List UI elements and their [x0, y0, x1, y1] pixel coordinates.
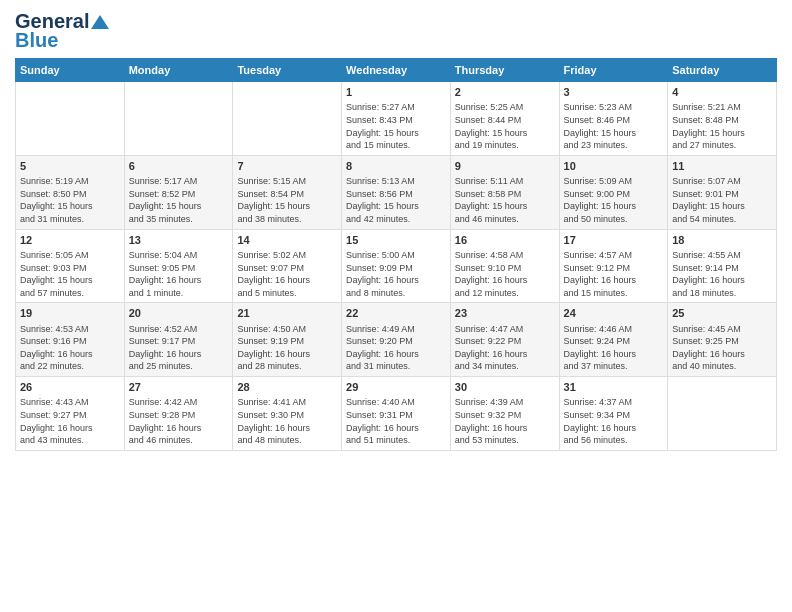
- day-number: 27: [129, 380, 229, 395]
- calendar-cell: 30Sunrise: 4:39 AMSunset: 9:32 PMDayligh…: [450, 377, 559, 451]
- calendar-cell: 17Sunrise: 4:57 AMSunset: 9:12 PMDayligh…: [559, 229, 668, 303]
- calendar-cell: 15Sunrise: 5:00 AMSunset: 9:09 PMDayligh…: [342, 229, 451, 303]
- calendar-cell: [124, 82, 233, 156]
- header-row: SundayMondayTuesdayWednesdayThursdayFrid…: [16, 59, 777, 82]
- day-number: 7: [237, 159, 337, 174]
- day-content: Sunrise: 5:04 AMSunset: 9:05 PMDaylight:…: [129, 249, 229, 299]
- day-number: 12: [20, 233, 120, 248]
- day-content: Sunrise: 5:02 AMSunset: 9:07 PMDaylight:…: [237, 249, 337, 299]
- day-number: 20: [129, 306, 229, 321]
- day-content: Sunrise: 5:00 AMSunset: 9:09 PMDaylight:…: [346, 249, 446, 299]
- calendar-cell: 28Sunrise: 4:41 AMSunset: 9:30 PMDayligh…: [233, 377, 342, 451]
- calendar-cell: 20Sunrise: 4:52 AMSunset: 9:17 PMDayligh…: [124, 303, 233, 377]
- calendar-cell: 27Sunrise: 4:42 AMSunset: 9:28 PMDayligh…: [124, 377, 233, 451]
- day-number: 19: [20, 306, 120, 321]
- day-number: 14: [237, 233, 337, 248]
- calendar-cell: 25Sunrise: 4:45 AMSunset: 9:25 PMDayligh…: [668, 303, 777, 377]
- calendar-cell: [233, 82, 342, 156]
- day-number: 23: [455, 306, 555, 321]
- day-number: 29: [346, 380, 446, 395]
- day-content: Sunrise: 4:41 AMSunset: 9:30 PMDaylight:…: [237, 396, 337, 446]
- calendar-cell: 8Sunrise: 5:13 AMSunset: 8:56 PMDaylight…: [342, 155, 451, 229]
- header-day: Saturday: [668, 59, 777, 82]
- calendar-cell: 22Sunrise: 4:49 AMSunset: 9:20 PMDayligh…: [342, 303, 451, 377]
- day-content: Sunrise: 4:52 AMSunset: 9:17 PMDaylight:…: [129, 323, 229, 373]
- day-content: Sunrise: 5:21 AMSunset: 8:48 PMDaylight:…: [672, 101, 772, 151]
- day-content: Sunrise: 5:13 AMSunset: 8:56 PMDaylight:…: [346, 175, 446, 225]
- day-content: Sunrise: 5:09 AMSunset: 9:00 PMDaylight:…: [564, 175, 664, 225]
- day-number: 8: [346, 159, 446, 174]
- calendar-table: SundayMondayTuesdayWednesdayThursdayFrid…: [15, 58, 777, 451]
- day-content: Sunrise: 5:25 AMSunset: 8:44 PMDaylight:…: [455, 101, 555, 151]
- day-number: 11: [672, 159, 772, 174]
- day-content: Sunrise: 4:46 AMSunset: 9:24 PMDaylight:…: [564, 323, 664, 373]
- calendar-cell: 23Sunrise: 4:47 AMSunset: 9:22 PMDayligh…: [450, 303, 559, 377]
- header-day: Friday: [559, 59, 668, 82]
- day-content: Sunrise: 5:23 AMSunset: 8:46 PMDaylight:…: [564, 101, 664, 151]
- day-content: Sunrise: 4:45 AMSunset: 9:25 PMDaylight:…: [672, 323, 772, 373]
- day-content: Sunrise: 4:40 AMSunset: 9:31 PMDaylight:…: [346, 396, 446, 446]
- calendar-cell: 21Sunrise: 4:50 AMSunset: 9:19 PMDayligh…: [233, 303, 342, 377]
- calendar-cell: 29Sunrise: 4:40 AMSunset: 9:31 PMDayligh…: [342, 377, 451, 451]
- day-number: 24: [564, 306, 664, 321]
- day-content: Sunrise: 4:58 AMSunset: 9:10 PMDaylight:…: [455, 249, 555, 299]
- calendar-cell: 18Sunrise: 4:55 AMSunset: 9:14 PMDayligh…: [668, 229, 777, 303]
- day-number: 17: [564, 233, 664, 248]
- header-day: Sunday: [16, 59, 125, 82]
- logo: General Blue: [15, 10, 109, 52]
- day-number: 31: [564, 380, 664, 395]
- svg-marker-0: [91, 15, 109, 29]
- day-content: Sunrise: 5:27 AMSunset: 8:43 PMDaylight:…: [346, 101, 446, 151]
- day-number: 10: [564, 159, 664, 174]
- day-content: Sunrise: 5:11 AMSunset: 8:58 PMDaylight:…: [455, 175, 555, 225]
- calendar-cell: 14Sunrise: 5:02 AMSunset: 9:07 PMDayligh…: [233, 229, 342, 303]
- week-row: 5Sunrise: 5:19 AMSunset: 8:50 PMDaylight…: [16, 155, 777, 229]
- logo-blue: Blue: [15, 29, 58, 52]
- day-content: Sunrise: 4:37 AMSunset: 9:34 PMDaylight:…: [564, 396, 664, 446]
- calendar-cell: 19Sunrise: 4:53 AMSunset: 9:16 PMDayligh…: [16, 303, 125, 377]
- day-content: Sunrise: 4:50 AMSunset: 9:19 PMDaylight:…: [237, 323, 337, 373]
- calendar-cell: 26Sunrise: 4:43 AMSunset: 9:27 PMDayligh…: [16, 377, 125, 451]
- calendar-cell: 11Sunrise: 5:07 AMSunset: 9:01 PMDayligh…: [668, 155, 777, 229]
- header-day: Tuesday: [233, 59, 342, 82]
- page: General Blue SundayMondayTuesdayWednesda…: [0, 0, 792, 461]
- day-number: 15: [346, 233, 446, 248]
- calendar-cell: 4Sunrise: 5:21 AMSunset: 8:48 PMDaylight…: [668, 82, 777, 156]
- week-row: 12Sunrise: 5:05 AMSunset: 9:03 PMDayligh…: [16, 229, 777, 303]
- day-number: 4: [672, 85, 772, 100]
- calendar-cell: 12Sunrise: 5:05 AMSunset: 9:03 PMDayligh…: [16, 229, 125, 303]
- calendar-cell: 24Sunrise: 4:46 AMSunset: 9:24 PMDayligh…: [559, 303, 668, 377]
- calendar-cell: 10Sunrise: 5:09 AMSunset: 9:00 PMDayligh…: [559, 155, 668, 229]
- header-day: Monday: [124, 59, 233, 82]
- calendar-cell: 5Sunrise: 5:19 AMSunset: 8:50 PMDaylight…: [16, 155, 125, 229]
- day-content: Sunrise: 4:57 AMSunset: 9:12 PMDaylight:…: [564, 249, 664, 299]
- day-number: 6: [129, 159, 229, 174]
- day-content: Sunrise: 5:15 AMSunset: 8:54 PMDaylight:…: [237, 175, 337, 225]
- calendar-cell: 9Sunrise: 5:11 AMSunset: 8:58 PMDaylight…: [450, 155, 559, 229]
- header-day: Thursday: [450, 59, 559, 82]
- calendar-cell: 3Sunrise: 5:23 AMSunset: 8:46 PMDaylight…: [559, 82, 668, 156]
- day-number: 5: [20, 159, 120, 174]
- day-number: 28: [237, 380, 337, 395]
- week-row: 19Sunrise: 4:53 AMSunset: 9:16 PMDayligh…: [16, 303, 777, 377]
- day-number: 30: [455, 380, 555, 395]
- day-number: 22: [346, 306, 446, 321]
- calendar-cell: 31Sunrise: 4:37 AMSunset: 9:34 PMDayligh…: [559, 377, 668, 451]
- calendar-cell: 6Sunrise: 5:17 AMSunset: 8:52 PMDaylight…: [124, 155, 233, 229]
- logo-icon: [91, 13, 109, 31]
- day-content: Sunrise: 5:19 AMSunset: 8:50 PMDaylight:…: [20, 175, 120, 225]
- day-number: 1: [346, 85, 446, 100]
- calendar-cell: 13Sunrise: 5:04 AMSunset: 9:05 PMDayligh…: [124, 229, 233, 303]
- day-content: Sunrise: 4:42 AMSunset: 9:28 PMDaylight:…: [129, 396, 229, 446]
- day-number: 18: [672, 233, 772, 248]
- header-day: Wednesday: [342, 59, 451, 82]
- day-content: Sunrise: 4:39 AMSunset: 9:32 PMDaylight:…: [455, 396, 555, 446]
- calendar-cell: [16, 82, 125, 156]
- day-number: 16: [455, 233, 555, 248]
- calendar-cell: [668, 377, 777, 451]
- day-content: Sunrise: 4:49 AMSunset: 9:20 PMDaylight:…: [346, 323, 446, 373]
- week-row: 1Sunrise: 5:27 AMSunset: 8:43 PMDaylight…: [16, 82, 777, 156]
- day-number: 13: [129, 233, 229, 248]
- day-content: Sunrise: 4:43 AMSunset: 9:27 PMDaylight:…: [20, 396, 120, 446]
- day-number: 2: [455, 85, 555, 100]
